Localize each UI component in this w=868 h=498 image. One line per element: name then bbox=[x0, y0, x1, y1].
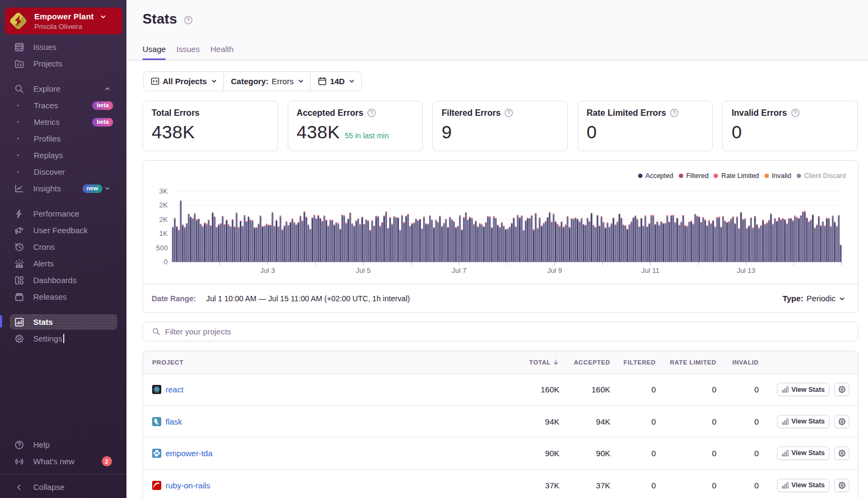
svg-text:Jul 9: Jul 9 bbox=[548, 266, 562, 274]
svg-text:3K: 3K bbox=[159, 187, 168, 195]
svg-text:2K: 2K bbox=[159, 215, 168, 224]
svg-text:Jul 5: Jul 5 bbox=[356, 266, 370, 274]
svg-text:1K: 1K bbox=[159, 229, 168, 237]
svg-text:0: 0 bbox=[164, 258, 168, 266]
svg-text:Jul 13: Jul 13 bbox=[737, 266, 755, 274]
svg-text:Jul 11: Jul 11 bbox=[641, 266, 660, 274]
svg-text:500: 500 bbox=[156, 244, 168, 252]
svg-text:2K: 2K bbox=[159, 201, 168, 209]
svg-text:Jul 7: Jul 7 bbox=[452, 266, 466, 274]
svg-text:Jul 3: Jul 3 bbox=[260, 266, 275, 274]
